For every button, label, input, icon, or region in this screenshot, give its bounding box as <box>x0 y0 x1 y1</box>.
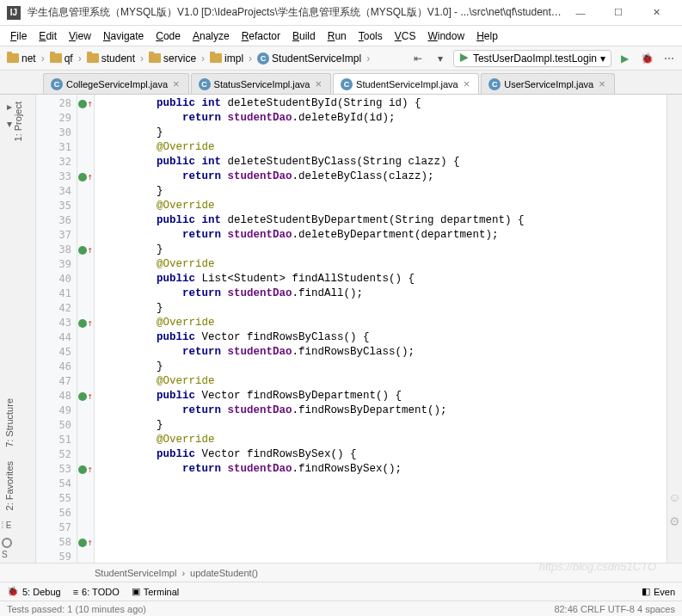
code-line[interactable]: } <box>105 301 667 316</box>
folder-icon <box>149 53 161 63</box>
run-config-label: TestUserDaoImpl.testLogin <box>473 52 597 65</box>
right-gutter: ☺ ⚙ <box>667 95 682 563</box>
nav-toolbar: net›qf›student›service›impl›CStudentServ… <box>0 46 682 71</box>
event-log-tab[interactable]: ◧ Even <box>642 586 675 597</box>
menu-build[interactable]: Build <box>287 28 321 44</box>
close-icon[interactable]: × <box>597 77 607 90</box>
settings-icon[interactable]: ⚙ <box>669 514 680 528</box>
code-line[interactable]: @Override <box>105 316 667 330</box>
build-icon[interactable]: ▾ <box>431 49 450 68</box>
chevron-right-icon: › <box>40 52 46 65</box>
code-line[interactable]: public List<Student> findAllStudents() { <box>105 272 667 286</box>
statusbar: Tests passed: 1 (10 minutes ago) 82:46 C… <box>0 601 682 616</box>
code-line[interactable]: @Override <box>105 140 667 155</box>
close-icon[interactable]: × <box>171 77 181 90</box>
menu-refactor[interactable]: Refactor <box>237 28 286 44</box>
code-line[interactable]: @Override <box>105 257 667 272</box>
breadcrumb-studentserviceimpl[interactable]: CStudentServiceImpl <box>254 51 365 66</box>
maximize-button[interactable]: ☐ <box>599 1 637 25</box>
favorites-tool-tab[interactable]: 2: Favorites <box>0 454 19 517</box>
menu-help[interactable]: Help <box>471 28 503 44</box>
window-title: 学生信息管理系统（MYSQL版）V1.0 [D:\IdeaProjects\学生… <box>28 5 562 20</box>
code-line[interactable]: return studentDao.deleteById(id); <box>105 111 667 126</box>
editor-area: 1: Project 28293031323334353637383940414… <box>0 95 682 563</box>
override-gutter-icon[interactable] <box>78 319 87 328</box>
run-button[interactable]: ▶ <box>615 49 634 68</box>
tab-studentserviceimpl[interactable]: CStudentServiceImpl.java× <box>333 73 479 94</box>
code-line[interactable]: @Override <box>105 374 667 389</box>
breadcrumb-service[interactable]: service <box>145 51 200 66</box>
menu-file[interactable]: File <box>5 28 32 44</box>
code-line[interactable]: return studentDao.findAll(); <box>105 286 667 301</box>
code-line[interactable]: public int deleteStudentByClass(String c… <box>105 155 667 169</box>
chevron-right-icon: › <box>77 52 83 65</box>
code-line[interactable]: @Override <box>105 433 667 447</box>
code-line[interactable]: return studentDao.deleteByClass(clazz); <box>105 169 667 184</box>
chevron-right-icon: › <box>200 52 206 65</box>
bc-class[interactable]: StudentServiceImpl <box>95 568 176 578</box>
terminal-tab[interactable]: ▣ Terminal <box>132 586 180 597</box>
todo-tab[interactable]: ≡ 6: TODO <box>73 587 120 597</box>
breadcrumb-impl[interactable]: impl <box>206 51 247 66</box>
tab-statusserviceimpl[interactable]: CStatusServiceImpl.java× <box>191 73 331 94</box>
run-config-selector[interactable]: ⯈ TestUserDaoImpl.testLogin ▾ <box>453 50 611 67</box>
menu-navigate[interactable]: Navigate <box>98 28 149 44</box>
close-icon[interactable]: × <box>313 77 323 90</box>
menubar: FileEditViewNavigateCodeAnalyzeRefactorB… <box>0 26 682 46</box>
tab-userserviceimpl[interactable]: CUserServiceImpl.java× <box>481 73 615 94</box>
close-button[interactable]: ✕ <box>637 1 675 25</box>
override-gutter-icon[interactable] <box>78 100 87 108</box>
folder-icon <box>50 53 62 63</box>
code-line[interactable]: public int deleteStudentById(String id) … <box>105 96 667 111</box>
code-line[interactable]: } <box>105 243 667 257</box>
editor-breadcrumb: StudentServiceImpl › updateStudent() <box>0 563 682 582</box>
bc-method[interactable]: updateStudent() <box>190 568 258 578</box>
debug-button[interactable]: 🐞 <box>637 49 656 68</box>
code-line[interactable]: return studentDao.findRowsBySex(); <box>105 462 667 477</box>
tab-collegeserviceimpl[interactable]: CCollegeServiceImpl.java× <box>43 73 189 94</box>
e-marker[interactable]: ⦙ E <box>0 517 19 534</box>
code-line[interactable]: } <box>105 126 667 140</box>
override-gutter-icon[interactable] <box>78 465 87 474</box>
minimize-button[interactable]: — <box>562 1 599 25</box>
project-tool-tab[interactable]: 1: Project <box>0 95 35 148</box>
class-icon: C <box>488 78 501 90</box>
emoji-icon[interactable]: ☺ <box>668 490 680 504</box>
code-line[interactable]: } <box>105 418 667 433</box>
breadcrumb-student[interactable]: student <box>83 51 138 66</box>
override-gutter-icon[interactable] <box>78 539 87 547</box>
menu-code[interactable]: Code <box>151 28 186 44</box>
close-icon[interactable]: × <box>462 77 472 90</box>
code-line[interactable]: } <box>105 184 667 199</box>
more-run-icon[interactable]: ⋯ <box>660 49 679 68</box>
code-line[interactable]: @Override <box>105 199 667 213</box>
menu-run[interactable]: Run <box>323 28 352 44</box>
menu-edit[interactable]: Edit <box>34 28 62 44</box>
structure-tool-tab[interactable]: 7: Structure <box>0 391 19 454</box>
status-left: Tests passed: 1 (10 minutes ago) <box>7 604 146 614</box>
breadcrumb-net[interactable]: net <box>3 51 40 66</box>
code-line[interactable]: public Vector findRowsByDepartment() { <box>105 389 667 403</box>
menu-analyze[interactable]: Analyze <box>187 28 235 44</box>
menu-view[interactable]: View <box>64 28 96 44</box>
code-line[interactable]: return studentDao.findRowsByClass(); <box>105 345 667 360</box>
code-line[interactable]: return studentDao.findRowsByDepartment()… <box>105 403 667 418</box>
code-line[interactable]: public Vector findRowsByClass() { <box>105 330 667 345</box>
override-gutter-icon[interactable] <box>78 173 87 182</box>
override-gutter-icon[interactable] <box>78 392 87 401</box>
code-line[interactable]: public Vector findRowsBySex() { <box>105 447 667 462</box>
debug-tab[interactable]: 🐞 5: Debug <box>7 586 61 597</box>
folder-icon <box>7 53 19 63</box>
breadcrumb-qf[interactable]: qf <box>46 51 77 66</box>
nav-back-icon[interactable]: ⇤ <box>409 49 427 68</box>
code-line[interactable]: } <box>105 360 667 374</box>
menu-vcs[interactable]: VCS <box>390 28 421 44</box>
s-marker[interactable]: S <box>0 534 19 563</box>
menu-tools[interactable]: Tools <box>353 28 388 44</box>
chevron-right-icon: › <box>365 52 372 65</box>
code-line[interactable]: return studentDao.deleteByDepartment(dep… <box>105 228 667 243</box>
code-line[interactable]: public int deleteStudentByDepartment(Str… <box>105 213 667 228</box>
menu-window[interactable]: Window <box>422 28 470 44</box>
override-gutter-icon[interactable] <box>78 246 87 255</box>
code-editor[interactable]: public int deleteStudentById(String id) … <box>95 95 667 563</box>
